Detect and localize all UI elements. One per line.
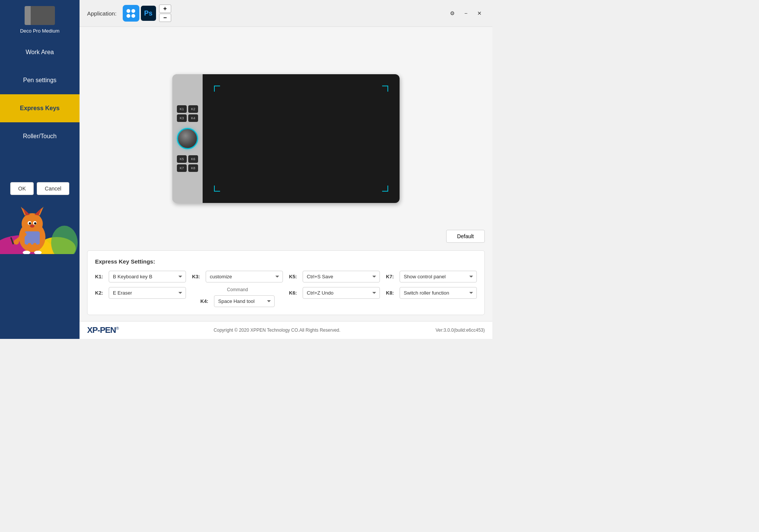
minimize-icon: − bbox=[464, 10, 467, 16]
cancel-button[interactable]: Cancel bbox=[37, 182, 69, 195]
app-icons-row: Ps + − bbox=[123, 5, 442, 22]
tablet-preview-area: K1 K2 K3 K4 K5 K6 K7 K8 bbox=[80, 27, 492, 250]
sidebar-item-work-area[interactable]: Work Area bbox=[0, 38, 80, 66]
key-row-k7: K7: B Keyboard key B customize Ctrl+S Sa… bbox=[386, 271, 477, 282]
key-k3: K3 bbox=[177, 114, 187, 122]
key-k4: K4 bbox=[188, 114, 198, 122]
application-label: Application: bbox=[87, 10, 117, 17]
svg-point-16 bbox=[14, 239, 19, 245]
k5-label: K5: bbox=[289, 274, 300, 279]
default-button[interactable]: Default bbox=[446, 230, 485, 243]
mascot-svg bbox=[0, 201, 80, 254]
k3-label: K3: bbox=[192, 274, 203, 279]
k4-label: K4: bbox=[200, 298, 211, 304]
corner-top-right bbox=[382, 86, 388, 92]
tablet-screen bbox=[203, 74, 400, 203]
app-add-remove: + − bbox=[159, 5, 171, 22]
key-row-k1: K1: B Keyboard key B customize Ctrl+S Sa… bbox=[95, 271, 186, 282]
all-apps-icon-btn[interactable] bbox=[123, 5, 139, 22]
k1-label: K1: bbox=[95, 274, 106, 279]
k2-select[interactable]: B Keyboard key B customize Ctrl+S Save S… bbox=[109, 287, 186, 299]
corner-bottom-left bbox=[214, 186, 220, 192]
ok-button[interactable]: OK bbox=[10, 182, 34, 195]
bottom-bar: XP-PEN® Copyright © 2020 XPPEN Technolog… bbox=[80, 321, 492, 339]
window-controls: ⚙ − ✕ bbox=[447, 8, 485, 19]
add-app-button[interactable]: + bbox=[159, 5, 171, 13]
top-bar: Application: Ps + − ⚙ bbox=[80, 0, 492, 27]
device-header: Deco Pro Medium bbox=[0, 0, 80, 38]
key-settings-grid: K1: B Keyboard key B customize Ctrl+S Sa… bbox=[95, 271, 477, 307]
key-row-k3: K3: B Keyboard key B customize Ctrl+S Sa… bbox=[192, 271, 283, 282]
express-key-settings-section: Express Key Settings: K1: B Keyboard key… bbox=[87, 250, 485, 315]
key-row-k2: K2: B Keyboard key B customize Ctrl+S Sa… bbox=[95, 287, 186, 299]
key-k8: K8 bbox=[188, 164, 198, 172]
copyright-text: Copyright © 2020 XPPEN Technology CO.All… bbox=[214, 328, 340, 333]
command-text-label: Command bbox=[227, 287, 248, 292]
k8-label: K8: bbox=[386, 290, 397, 296]
key-row-k4: K4: B Keyboard key B customize Ctrl+S Sa… bbox=[200, 295, 275, 307]
minimize-button[interactable]: − bbox=[461, 8, 471, 19]
k5-select[interactable]: B Keyboard key B customize Ctrl+S Save S… bbox=[303, 271, 380, 282]
content-area: Application: Ps + − ⚙ bbox=[80, 0, 492, 339]
version-text: Ver:3.0.0(build:e6cc453) bbox=[436, 328, 485, 333]
svg-point-13 bbox=[30, 225, 34, 228]
device-name: Deco Pro Medium bbox=[20, 28, 59, 34]
k3-select[interactable]: B Keyboard key B customize Ctrl+S Save S… bbox=[206, 271, 283, 282]
settings-button[interactable]: ⚙ bbox=[447, 8, 458, 19]
device-thumbnail bbox=[25, 6, 55, 25]
key-k7: K7 bbox=[177, 164, 187, 172]
dots-grid-icon bbox=[125, 8, 137, 19]
gear-icon: ⚙ bbox=[450, 10, 455, 16]
k7-label: K7: bbox=[386, 274, 397, 279]
svg-point-4 bbox=[22, 213, 43, 234]
key-k1: K1 bbox=[177, 105, 187, 113]
svg-point-11 bbox=[29, 222, 31, 225]
express-key-settings-title: Express Key Settings: bbox=[95, 258, 477, 265]
corner-bottom-right bbox=[382, 186, 388, 192]
key-grid-bottom: K5 K6 K7 K8 bbox=[177, 155, 198, 172]
key-row-k8-wrapper: K8: B Keyboard key B customize Ctrl+S Sa… bbox=[386, 287, 477, 307]
logo-registered: ® bbox=[116, 326, 119, 331]
sidebar-item-express-keys[interactable]: Express Keys bbox=[0, 94, 80, 122]
svg-point-12 bbox=[34, 222, 36, 225]
key-k5: K5 bbox=[177, 155, 187, 163]
k2-label: K2: bbox=[95, 290, 106, 296]
logo-text: XP-PEN bbox=[87, 325, 116, 335]
svg-point-2 bbox=[51, 226, 78, 254]
photoshop-icon: Ps bbox=[141, 6, 156, 21]
mascot-area bbox=[0, 201, 80, 339]
key-row-k8: K8: B Keyboard key B customize Ctrl+S Sa… bbox=[386, 287, 477, 299]
sidebar-nav: Work Area Pen settings Express Keys Roll… bbox=[0, 38, 80, 176]
sidebar: Deco Pro Medium Work Area Pen settings E… bbox=[0, 0, 80, 339]
sidebar-item-roller-touch[interactable]: Roller/Touch bbox=[0, 122, 80, 150]
k4-select[interactable]: B Keyboard key B customize Ctrl+S Save S… bbox=[214, 295, 275, 307]
k6-label: K6: bbox=[289, 290, 300, 296]
svg-rect-14 bbox=[25, 231, 40, 245]
k1-select[interactable]: B Keyboard key B customize Ctrl+S Save S… bbox=[109, 271, 186, 282]
key-k2: K2 bbox=[188, 105, 198, 113]
key-row-k5: K5: B Keyboard key B customize Ctrl+S Sa… bbox=[289, 271, 380, 282]
close-button[interactable]: ✕ bbox=[474, 8, 485, 19]
sidebar-footer: OK Cancel bbox=[0, 176, 80, 201]
key-row-k6-wrapper: K6: B Keyboard key B customize Ctrl+S Sa… bbox=[289, 287, 380, 307]
tablet-wrapper: K1 K2 K3 K4 K5 K6 K7 K8 bbox=[172, 74, 400, 203]
xppen-logo: XP-PEN® bbox=[87, 325, 119, 335]
key-grid-top: K1 K2 K3 K4 bbox=[177, 105, 198, 122]
k8-select[interactable]: B Keyboard key B customize Ctrl+S Save S… bbox=[400, 287, 477, 299]
k7-select[interactable]: B Keyboard key B customize Ctrl+S Save S… bbox=[400, 271, 477, 282]
key-k6: K6 bbox=[188, 155, 198, 163]
remove-app-button[interactable]: − bbox=[159, 14, 171, 22]
sidebar-item-pen-settings[interactable]: Pen settings bbox=[0, 66, 80, 94]
tablet-side-panel: K1 K2 K3 K4 K5 K6 K7 K8 bbox=[172, 74, 203, 203]
close-icon: ✕ bbox=[477, 10, 482, 16]
corner-top-left bbox=[214, 86, 220, 92]
tablet-body: K1 K2 K3 K4 K5 K6 K7 K8 bbox=[172, 74, 400, 203]
k6-select[interactable]: B Keyboard key B customize Ctrl+S Save S… bbox=[303, 287, 380, 299]
key-row-k2-wrapper: K2: B Keyboard key B customize Ctrl+S Sa… bbox=[95, 287, 186, 307]
command-label-area: Command K4: B Keyboard key B customize C… bbox=[192, 287, 283, 307]
key-row-k6: K6: B Keyboard key B customize Ctrl+S Sa… bbox=[289, 287, 380, 299]
roller-wheel bbox=[177, 128, 198, 149]
